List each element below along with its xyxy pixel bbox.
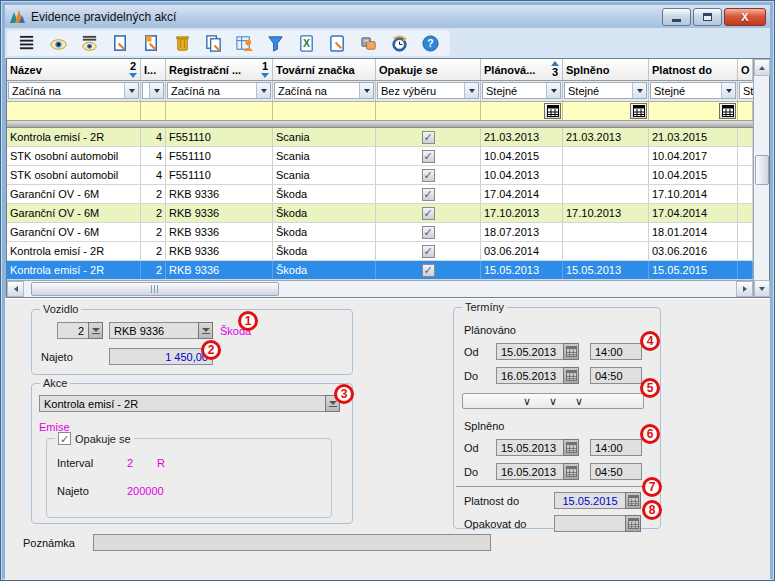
horizontal-scroll-thumb[interactable] [31,282,279,296]
opakovat-do-field[interactable] [554,515,626,532]
calendar-button[interactable] [625,515,641,532]
toolbar-button-delete[interactable] [171,32,193,54]
filter-dropdown-nazev[interactable]: Začíná na [8,82,139,99]
table-row[interactable]: Kontrola emisí - 2R 4 F551110 Scania ✓ 2… [7,128,753,147]
toolbar-button-menu-list[interactable] [16,32,38,54]
restore-button[interactable] [693,8,722,26]
toolbar-button-filter[interactable] [264,32,286,54]
toolbar-button-grid-user[interactable] [233,32,255,54]
opakuje-se-checkbox[interactable]: ✓ [422,245,435,258]
chevron-down-icon [632,83,646,98]
plan-od-time-field[interactable]: 14:00 [590,343,642,360]
najeto-field[interactable]: 1 450,00 [109,348,213,365]
scroll-up-button[interactable] [754,59,770,76]
filter-input-o[interactable] [738,102,753,120]
table-row-selected[interactable]: Kontrola emisí - 2R 2 RKB 9336 Škoda ✓ 1… [7,261,753,280]
filter-input-splneno[interactable] [563,102,649,120]
column-header-opakuje-se[interactable]: Opakuje se [376,59,481,80]
filter-input-tovarni[interactable] [273,102,376,120]
toolbar-button-view[interactable] [47,32,69,54]
scroll-down-button[interactable] [754,280,770,297]
column-header-splneno[interactable]: Splněno [563,59,649,80]
filter-input-opakuje[interactable] [376,102,481,120]
vehicle-id-field[interactable]: 2 [57,322,89,339]
filter-dropdown-planovano[interactable]: Stejné [482,82,561,99]
opakuje-se-checkbox[interactable]: ✓ [422,207,435,220]
opakuje-se-checkbox[interactable]: ✓ [422,131,435,144]
calendar-button[interactable] [563,367,579,384]
toolbar-button-history[interactable] [388,32,410,54]
table-row[interactable]: STK osobní automobil 4 F551110 Scania ✓ … [7,147,753,166]
plan-do-time-field[interactable]: 04:50 [590,367,642,384]
opakuje-se-checkbox[interactable]: ✓ [422,188,435,201]
platnost-do-field[interactable]: 15.05.2015 [554,492,626,509]
toolbar-button-edit[interactable] [140,32,162,54]
plan-od-date-field[interactable]: 15.05.2013 [496,343,564,360]
toolbar-button-excel[interactable]: X [295,32,317,54]
filter-dropdown-splneno[interactable]: Stejné [564,82,647,99]
opakuje-se-checkbox[interactable]: ✓ [422,264,435,277]
toolbar-button-view-columns[interactable] [78,32,100,54]
cell-planovano: 10.04.2013 [481,166,563,184]
opakuje-se-checkbox[interactable]: ✓ [422,169,435,182]
column-header-planovano[interactable]: Plánová...3 [481,59,563,80]
calendar-button[interactable] [563,439,579,456]
filter-dropdown-opakuje[interactable]: Bez výběru [377,82,479,99]
vehicle-id-dropdown-button[interactable] [88,322,103,339]
opakuje-se-checkbox[interactable]: ✓ [58,432,71,445]
vehicle-reg-dropdown-button[interactable] [198,322,213,339]
table-row[interactable]: Garanční OV - 6M 2 RKB 9336 Škoda ✓ 17.1… [7,204,753,223]
filter-input-i[interactable] [141,102,166,120]
column-header-i[interactable]: I... [141,59,166,80]
table-row[interactable]: Garanční OV - 6M 2 RKB 9336 Škoda ✓ 18.0… [7,223,753,242]
calendar-button[interactable] [563,343,579,360]
filter-dropdown-i[interactable] [142,82,164,99]
opakuje-se-checkbox[interactable]: ✓ [422,226,435,239]
filter-dropdown-registracni[interactable]: Začíná na [167,82,271,99]
spl-do-date-field[interactable]: 16.05.2013 [496,463,564,480]
spl-do-time-field[interactable]: 04:50 [590,463,642,480]
vehicle-reg-field[interactable]: RKB 9336 [109,322,199,339]
scroll-right-button[interactable] [736,281,753,297]
table-row[interactable]: STK osobní automobil 4 F551110 Scania ✓ … [7,166,753,185]
filter-input-platnost[interactable] [649,102,738,120]
table-row[interactable]: Kontrola emisí - 2R 2 RKB 9336 Škoda ✓ 0… [7,242,753,261]
vertical-scroll-thumb[interactable] [755,155,769,185]
spl-od-date-field[interactable]: 15.05.2013 [496,439,564,456]
column-header-nazev[interactable]: Název2 [7,59,141,80]
opakuje-se-checkbox[interactable]: ✓ [422,150,435,163]
column-header-platnost-do[interactable]: Platnost do [649,59,738,80]
minimize-button[interactable] [662,8,691,26]
filter-dropdown-tovarni[interactable]: Začíná na [274,82,374,99]
column-header-registracni[interactable]: Registrační ...1 [166,59,273,80]
scroll-left-button[interactable] [7,281,24,297]
plan-do-date-field[interactable]: 16.05.2013 [496,367,564,384]
poznamka-field[interactable] [93,534,491,551]
toolbar-button-help[interactable]: ? [419,32,441,54]
toolbar-button-new[interactable] [109,32,131,54]
records-grid: Název2 I... Registrační ...1 Tovární zna… [6,58,770,298]
calendar-button[interactable] [563,463,579,480]
table-row[interactable]: Garanční OV - 6M 2 RKB 9336 Škoda ✓ 17.0… [7,185,753,204]
toolbar-button-merge[interactable] [357,32,379,54]
filter-input-planovano[interactable] [481,102,563,120]
toolbar-button-note[interactable] [326,32,348,54]
filter-input-nazev[interactable] [7,102,141,120]
horizontal-scrollbar[interactable] [7,280,753,297]
calendar-button[interactable] [625,492,641,509]
filter-input-registracni[interactable] [166,102,273,120]
column-header-tovarni-znacka[interactable]: Tovární značka [273,59,376,80]
vertical-scrollbar[interactable] [753,59,769,297]
calendar-button[interactable] [544,103,561,119]
app-icon [9,9,26,24]
filter-dropdown-platnost[interactable]: Stejné [650,82,736,99]
close-button[interactable]: X [724,8,766,26]
toolbar-button-copy[interactable] [202,32,224,54]
copy-planned-to-done-button[interactable]: ∨∨∨ [462,393,644,409]
column-header-o[interactable]: O [738,59,753,80]
calendar-button[interactable] [719,103,736,119]
akce-select-field[interactable]: Kontrola emisí - 2R [39,395,326,412]
spl-od-time-field[interactable]: 14:00 [590,439,642,456]
title-bar[interactable]: Evidence pravidelných akcí X [5,5,770,28]
calendar-button[interactable] [630,103,647,119]
